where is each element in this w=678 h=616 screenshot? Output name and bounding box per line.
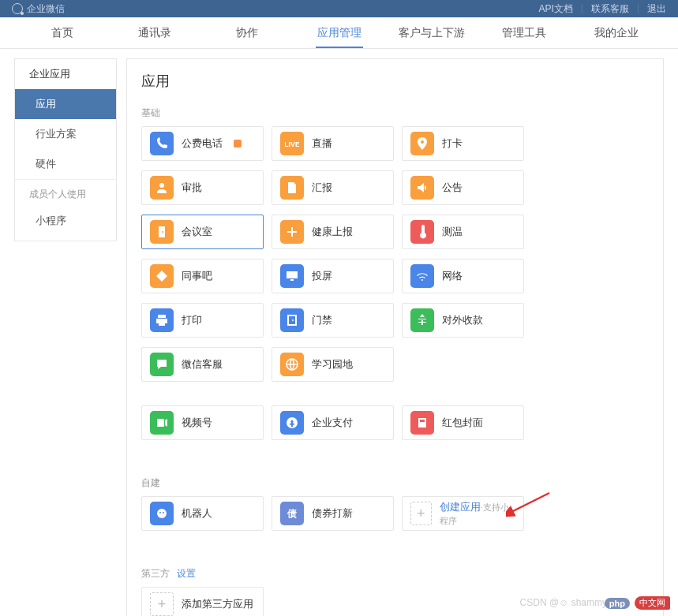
nav-item-3[interactable]: 应用管理 [293, 17, 385, 48]
sidebar-sub-title: 成员个人使用 [15, 188, 116, 206]
app-label: 测温 [442, 225, 463, 239]
app-card[interactable]: 打卡 [402, 126, 524, 161]
app-label: 公告 [442, 181, 463, 195]
add-third-app-card[interactable]: + 添加第三方应用 [141, 587, 264, 616]
svg-point-2 [157, 509, 167, 518]
app-card[interactable]: LIVE直播 [272, 126, 394, 161]
app-card[interactable]: 企业支付 [272, 405, 394, 440]
app-card[interactable]: 微信客服 [141, 347, 264, 382]
link-api[interactable]: API文档 [538, 2, 572, 16]
top-bar: 企业微信 API文档 | 联系客服 | 退出 [0, 0, 678, 17]
plus-icon: + [410, 502, 432, 525]
svg-point-3 [159, 512, 161, 513]
create-app-card[interactable]: +创建应用·支持小程序 [402, 496, 524, 531]
app-label: 微信客服 [182, 357, 223, 371]
app-label: 投屏 [312, 269, 332, 283]
pin-icon [410, 132, 434, 155]
logo-icon [12, 3, 23, 14]
app-card[interactable]: 汇报 [272, 170, 394, 205]
plus-icon: + [150, 592, 174, 616]
wifi-icon [410, 264, 434, 288]
video-icon [150, 411, 174, 435]
app-label: 红包封面 [442, 416, 483, 430]
app-card[interactable]: 审批 [141, 170, 264, 205]
app-label: 门禁 [312, 313, 332, 327]
app-label: 债券打新 [312, 506, 353, 521]
money-icon [410, 308, 434, 332]
screen-icon [280, 264, 304, 288]
app-label: 健康上报 [312, 225, 353, 239]
section-custom-label: 自建 [141, 476, 649, 490]
logo: 企业微信 [12, 2, 65, 16]
nav-bar: 首页通讯录协作应用管理客户与上下游管理工具我的企业 [0, 17, 678, 49]
app-card[interactable]: 对外收款 [402, 303, 524, 338]
main-panel: 应用 基础 公费电话LIVE直播打卡审批汇报公告会议室健康上报测温同事吧投屏网络… [126, 58, 664, 616]
pay-icon [280, 411, 304, 435]
nav-item-0[interactable]: 首页 [16, 17, 108, 48]
app-label: 公费电话 [182, 136, 223, 151]
envelope-icon [410, 411, 434, 435]
link-logout[interactable]: 退出 [647, 2, 666, 16]
plus-icon [280, 220, 304, 244]
app-card[interactable]: 机器人 [141, 496, 264, 531]
app-card[interactable]: 红包封面 [402, 405, 524, 440]
app-card[interactable]: 同事吧 [141, 259, 264, 293]
add-third-label: 添加第三方应用 [182, 597, 253, 611]
app-card[interactable]: 视频号 [141, 405, 264, 440]
nav-item-1[interactable]: 通讯录 [108, 17, 200, 48]
bond-icon: 债 [280, 502, 304, 525]
app-card[interactable]: 公告 [402, 170, 524, 205]
app-card[interactable]: 健康上报 [272, 215, 394, 249]
app-card[interactable]: 投屏 [272, 259, 394, 293]
app-card[interactable]: 打印 [141, 303, 264, 338]
logo-text: 企业微信 [27, 2, 65, 16]
sidebar-title: 企业应用 [15, 59, 116, 89]
app-card[interactable]: 公费电话 [141, 126, 264, 161]
live-icon: LIVE [280, 132, 304, 155]
app-label: 打印 [182, 313, 202, 327]
app-card[interactable]: 门禁 [272, 303, 394, 338]
app-label: 会议室 [182, 225, 212, 239]
app-card[interactable]: 债债券打新 [272, 496, 394, 531]
third-config-link[interactable]: 设置 [177, 568, 196, 579]
globe-icon [280, 353, 304, 376]
sidebar-item-1[interactable]: 行业方案 [15, 119, 116, 149]
app-label: 审批 [182, 181, 202, 195]
app-card[interactable]: 网络 [402, 259, 524, 293]
sidebar-sub-item-0[interactable]: 小程序 [15, 206, 116, 236]
phone-icon [150, 132, 174, 155]
door-icon [150, 220, 174, 244]
app-label: 网络 [442, 269, 463, 283]
nav-item-5[interactable]: 管理工具 [478, 17, 570, 48]
link-contact[interactable]: 联系客服 [591, 2, 629, 16]
svg-text:LIVE: LIVE [285, 140, 299, 148]
csdn-watermark: CSDN @☺ shammy [520, 597, 607, 608]
sidebar-item-2[interactable]: 硬件 [15, 149, 116, 179]
app-label: 直播 [312, 136, 332, 151]
horn-icon [410, 176, 434, 200]
app-label: 视频号 [182, 416, 212, 430]
robot-icon [150, 502, 174, 525]
chat-icon [150, 353, 174, 376]
svg-text:债: 债 [287, 508, 297, 519]
app-card[interactable]: 学习园地 [272, 347, 394, 382]
sidebar-item-0[interactable]: 应用 [15, 89, 116, 119]
app-label: 学习园地 [312, 357, 353, 371]
site-watermark: php 中文网 [605, 596, 670, 610]
sidebar: 企业应用 应用行业方案硬件 成员个人使用 小程序 [14, 58, 117, 241]
nav-item-4[interactable]: 客户与上下游 [385, 17, 478, 48]
app-card[interactable]: 测温 [402, 215, 524, 249]
hot-badge [234, 140, 242, 147]
app-label: 机器人 [182, 506, 212, 521]
nav-item-2[interactable]: 协作 [200, 17, 293, 48]
app-label: 汇报 [312, 181, 332, 195]
app-card[interactable]: 会议室 [141, 215, 264, 249]
nav-item-6[interactable]: 我的企业 [570, 17, 662, 48]
app-label: 对外收款 [442, 313, 483, 327]
user-icon [150, 176, 174, 200]
print-icon [150, 308, 174, 332]
top-links: API文档 | 联系客服 | 退出 [538, 2, 666, 16]
temp-icon [410, 220, 434, 244]
app-label: 企业支付 [312, 416, 353, 430]
section-basic-label: 基础 [141, 106, 649, 120]
